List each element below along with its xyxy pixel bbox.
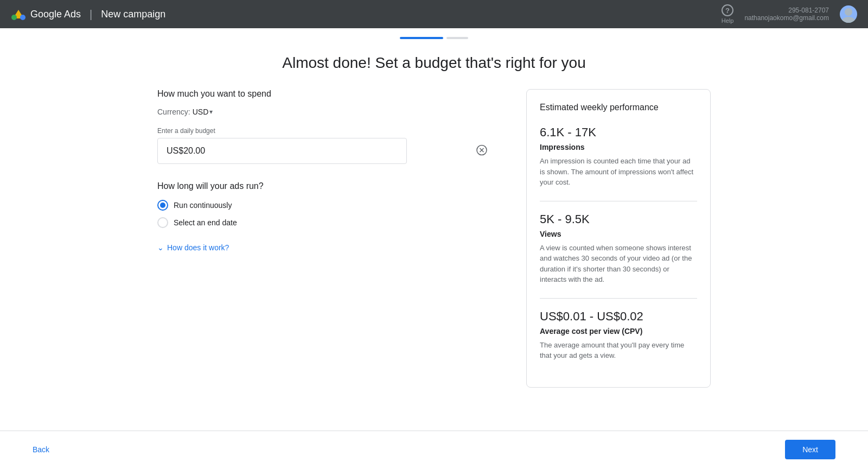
help-icon: ? (722, 4, 733, 16)
next-button[interactable]: Next (785, 440, 835, 459)
radio-continuous-indicator (157, 200, 168, 211)
page-title: Almost done! Set a budget that's right f… (0, 54, 868, 72)
radio-option-end-date[interactable]: Select an end date (157, 217, 494, 228)
help-button[interactable]: ? Help (722, 4, 734, 24)
impressions-metric: Impressions (540, 143, 697, 151)
header-divider: | (90, 8, 92, 21)
header-app-title: Google Ads (30, 9, 81, 20)
impressions-desc: An impression is counted each time that … (540, 156, 697, 188)
currency-row: Currency: USD ▾ (157, 107, 494, 116)
left-panel: How much you want to spend Currency: USD… (157, 89, 526, 388)
svg-point-3 (845, 8, 852, 16)
google-ads-logo-icon (11, 7, 26, 22)
views-desc: A view is counted when someone shows int… (540, 243, 697, 285)
perf-divider-2 (540, 298, 697, 299)
radio-end-date-indicator (157, 217, 168, 228)
clear-icon (476, 145, 487, 156)
currency-dropdown[interactable]: USD ▾ (193, 107, 213, 116)
clear-button[interactable] (476, 145, 487, 157)
currency-label: Currency: (157, 107, 190, 116)
cpv-desc: The average amount that you'll pay every… (540, 340, 697, 361)
currency-value: USD (193, 107, 209, 116)
cpv-block: US$0.01 - US$0.02 Average cost per view … (540, 309, 697, 361)
avatar (840, 5, 857, 23)
how-it-works-toggle[interactable]: ⌄ How does it work? (157, 243, 494, 252)
radio-group: Run continuously Select an end date (157, 200, 494, 228)
chevron-right-icon: ⌄ (157, 243, 164, 252)
perf-divider-1 (540, 201, 697, 201)
back-button[interactable]: Back (33, 441, 49, 458)
header-right: ? Help 295-081-2707 nathanojaokomo@gmail… (722, 4, 857, 24)
duration-section-title: How long will your ads run? (157, 181, 494, 191)
how-it-works-label: How does it work? (167, 243, 229, 252)
footer: Back Next (0, 431, 868, 468)
svg-point-2 (11, 15, 17, 20)
radio-end-date-label: Select an end date (174, 218, 237, 227)
help-label: Help (722, 17, 734, 24)
header-left: Google Ads | New campaign (11, 7, 165, 22)
views-range: 5K - 9.5K (540, 212, 697, 226)
progress-bar (0, 28, 868, 39)
account-email: nathanojaokomo@gmail.com (744, 14, 829, 22)
account-info: 295-081-2707 nathanojaokomo@gmail.com (744, 7, 829, 22)
views-block: 5K - 9.5K Views A view is counted when s… (540, 212, 697, 285)
impressions-block: 6.1K - 17K Impressions An impression is … (540, 125, 697, 188)
chevron-down-icon: ▾ (209, 108, 213, 116)
svg-point-1 (20, 15, 25, 20)
progress-step-1 (400, 37, 443, 39)
google-ads-logo: Google Ads (11, 7, 81, 22)
perf-section-title: Estimated weekly performance (540, 103, 697, 112)
account-phone: 295-081-2707 (788, 7, 829, 14)
budget-input-label: Enter a daily budget (157, 127, 494, 135)
svg-point-4 (841, 17, 856, 23)
content-area: How much you want to spend Currency: USD… (136, 89, 732, 388)
budget-input-wrapper (157, 138, 494, 164)
views-metric: Views (540, 230, 697, 238)
progress-step-2 (446, 37, 468, 39)
cpv-range: US$0.01 - US$0.02 (540, 309, 697, 324)
radio-option-continuous[interactable]: Run continuously (157, 200, 494, 211)
radio-continuous-inner (160, 203, 165, 208)
right-panel: Estimated weekly performance 6.1K - 17K … (526, 89, 711, 388)
main-content: Almost done! Set a budget that's right f… (0, 28, 868, 468)
spend-section-title: How much you want to spend (157, 89, 494, 99)
radio-continuous-label: Run continuously (174, 201, 232, 210)
cpv-metric: Average cost per view (CPV) (540, 327, 697, 336)
impressions-range: 6.1K - 17K (540, 125, 697, 140)
budget-input[interactable] (157, 138, 407, 164)
header-campaign-label: New campaign (101, 9, 165, 20)
header: Google Ads | New campaign ? Help 295-081… (0, 0, 868, 28)
